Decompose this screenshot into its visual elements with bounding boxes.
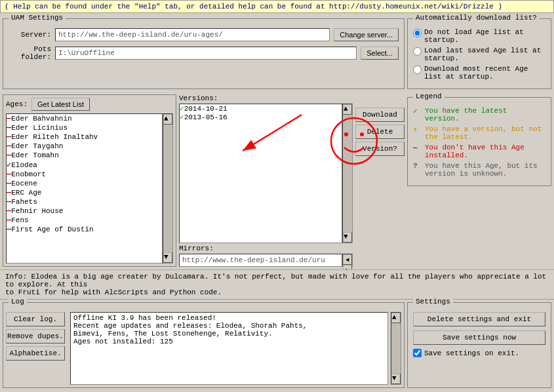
version-value: 2013-05-16 xyxy=(184,113,228,121)
age-list-item[interactable]: —Eder Rilteh Inaltahv xyxy=(7,132,162,142)
server-label: Server: xyxy=(9,31,51,39)
version-list-item[interactable]: ✓2013-05-16 xyxy=(180,113,342,121)
ages-list: —Eder Bahvahnin—Eder Licinius—Eder Rilte… xyxy=(6,113,163,264)
ages-list-wrap: —Eder Bahvahnin—Eder Licinius—Eder Rilte… xyxy=(6,113,173,264)
ages-scroll-down[interactable]: ▼ xyxy=(163,252,172,263)
age-name: Fahets xyxy=(11,198,37,206)
versions-scrollbar[interactable]: ▲ ▼ xyxy=(342,104,353,243)
log-scroll-track xyxy=(391,323,401,374)
remove-dupes-button[interactable]: Remove dupes. xyxy=(6,329,65,343)
mirrors-input-wrap: ◄ ► xyxy=(179,254,353,267)
log-line: Ages not installed: 125 xyxy=(73,338,385,345)
auto-download-title: Automatically download list? xyxy=(413,14,540,22)
ages-scroll-track xyxy=(163,125,172,252)
clear-log-button[interactable]: Clear log. xyxy=(6,312,65,326)
save-on-exit-label: Save settings on exit. xyxy=(424,349,519,357)
log-buttons: Clear log. Remove dupes. Alphabetise. xyxy=(6,312,65,385)
download-button[interactable]: Download xyxy=(355,108,405,122)
versions-mirrors: Versions: ✓2014-10-21✓2013-05-16 ▲ ▼ Mir… xyxy=(179,94,551,267)
info-text-2: to Fruti for help with AlcScripts and Py… xyxy=(5,288,549,296)
legend-text: You don't have this Age installed. xyxy=(425,144,545,159)
version-list-item[interactable]: ✓2014-10-21 xyxy=(180,104,342,113)
age-name: Eder Tomahn xyxy=(11,151,59,159)
server-input[interactable] xyxy=(55,28,330,41)
age-list-item[interactable]: —ERC Age xyxy=(7,188,162,197)
age-name: Eocene xyxy=(11,180,37,187)
pots-input[interactable] xyxy=(55,47,357,60)
legend-icon-yellow: ⇑ xyxy=(413,125,422,134)
change-server-button[interactable]: Change server... xyxy=(334,28,399,41)
age-list-item[interactable]: —First Age of Dustin xyxy=(7,225,162,234)
ages-scroll-up[interactable]: ▲ xyxy=(163,114,172,125)
age-name: First Age of Dustin xyxy=(11,225,93,233)
auto-download-panel: Automatically download list? Do not load… xyxy=(407,18,551,89)
log-scroll-down[interactable]: ▼ xyxy=(391,374,401,384)
age-list-item[interactable]: —Eder Tomahn xyxy=(7,151,162,160)
age-name: Fehnir House xyxy=(11,207,63,215)
versions-scroll-up[interactable]: ▲ xyxy=(343,104,352,115)
age-list-item[interactable]: —Eocene xyxy=(7,179,162,188)
radio-row-1: Do not load Age list at startup. xyxy=(413,28,545,44)
legend-icon-question: ? xyxy=(413,162,422,170)
select-button[interactable]: Select... xyxy=(361,47,399,60)
settings-panel: Settings Delete settings and exit Save s… xyxy=(407,302,551,388)
help-bar: ( Help can be found under the "Help" tab… xyxy=(0,0,554,13)
log-scrollbar[interactable]: ▲ ▼ xyxy=(391,312,401,385)
age-name: Elodea xyxy=(11,161,37,169)
delete-settings-button[interactable]: Delete settings and exit xyxy=(413,312,545,326)
legend-text: You have a version, but not the latest. xyxy=(425,125,545,141)
right-panel: Versions: ✓2014-10-21✓2013-05-16 ▲ ▼ Mir… xyxy=(179,94,551,267)
ages-scrollbar[interactable]: ▲ ▼ xyxy=(163,113,173,264)
radio-label-1: Do not load Age list at startup. xyxy=(424,28,545,44)
age-list-item[interactable]: ✓Elodea xyxy=(7,160,162,170)
log-scroll-up[interactable]: ▲ xyxy=(391,313,401,323)
mirrors-input-row: ◄ ► xyxy=(179,254,353,267)
mirrors-scrollbar[interactable]: ◄ ► xyxy=(342,254,353,267)
legend-icon-red: — xyxy=(413,144,422,151)
save-on-exit-row: Save settings on exit. xyxy=(413,349,545,357)
uam-settings-panel: UAM Settings Server: Change server... Po… xyxy=(3,18,405,89)
versions-wrap: ✓2014-10-21✓2013-05-16 ▲ ▼ xyxy=(179,104,353,243)
ages-panel: Ages: Get Latest List —Eder Bahvahnin—Ed… xyxy=(3,94,176,267)
age-name: Eder Taygahn xyxy=(11,142,63,150)
age-list-item[interactable]: —Eder Bahvahnin xyxy=(7,114,162,123)
age-list-item[interactable]: —Fehnir House xyxy=(7,206,162,216)
legend-text: You have the latest version. xyxy=(425,107,545,123)
uam-settings-title: UAM Settings xyxy=(9,14,66,22)
delete-button[interactable]: Delete xyxy=(355,125,405,139)
log-line: Recent age updates and releases: Elodea,… xyxy=(73,322,385,330)
age-name: ERC Age xyxy=(11,189,41,197)
radio-row-2: Load last saved Age list at startup. xyxy=(413,47,545,62)
versions-scroll-down[interactable]: ▼ xyxy=(343,232,352,243)
get-latest-list-button[interactable]: Get Latest List xyxy=(31,98,90,111)
legend-item: —You don't have this Age installed. xyxy=(413,144,545,159)
versions-scroll-track xyxy=(343,115,352,232)
legend-panel: Legend ✓You have the latest version.⇑You… xyxy=(407,97,551,186)
version-button[interactable]: Version? xyxy=(355,142,405,156)
legend-items: ✓You have the latest version.⇑You have a… xyxy=(413,107,545,178)
radio-label-3: Download most recent Age list at startup… xyxy=(424,65,545,81)
age-list-item[interactable]: —Fens xyxy=(7,216,162,225)
radio-no-load[interactable] xyxy=(413,29,422,37)
save-settings-button[interactable]: Save settings now xyxy=(413,330,545,345)
alphabetise-button[interactable]: Alphabetise. xyxy=(6,346,65,361)
version-check: ✓ xyxy=(180,113,184,121)
versions-list: ✓2014-10-21✓2013-05-16 xyxy=(179,104,342,243)
mirrors-scroll-left[interactable]: ◄ xyxy=(343,254,352,265)
age-list-item[interactable]: —Fahets xyxy=(7,197,162,206)
legend-item: ⇑You have a version, but not the latest. xyxy=(413,125,545,141)
age-list-item[interactable]: —Enobmort xyxy=(7,170,162,179)
version-check: ✓ xyxy=(180,105,184,113)
mirrors-input[interactable] xyxy=(179,254,342,267)
age-list-item[interactable]: —Eder Taygahn xyxy=(7,142,162,151)
age-list-item[interactable]: —Eder Licinius xyxy=(7,123,162,132)
info-text-1: Info: Elodea is a big age creater by Dul… xyxy=(5,273,549,288)
radio-load-saved[interactable] xyxy=(413,47,422,56)
save-on-exit-checkbox[interactable] xyxy=(413,349,422,357)
pots-label: Pots folder: xyxy=(9,45,51,61)
legend-item: ✓You have the latest version. xyxy=(413,107,545,123)
action-buttons: Download Delete Version? xyxy=(355,94,405,267)
radio-download-recent[interactable] xyxy=(413,66,422,74)
info-bar: Info: Elodea is a big age creater by Dul… xyxy=(0,269,554,299)
pots-row: Pots folder: Select... xyxy=(9,45,399,61)
